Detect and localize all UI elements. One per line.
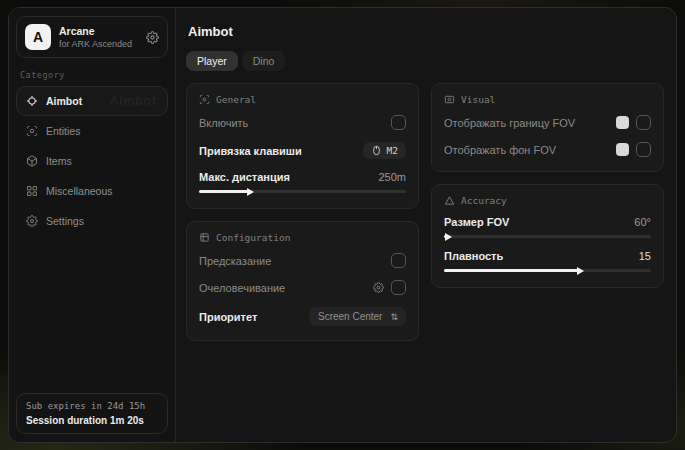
configuration-panel: Configuration Предсказание Очеловечивани… [186, 221, 419, 341]
sub-expires-text: Sub expires in 24d 15h [26, 401, 158, 411]
panel-title: Configuration [216, 232, 290, 243]
sidebar-item-aimbot[interactable]: Aimbot Aimbot [16, 86, 168, 116]
sliders-icon [199, 232, 210, 243]
enable-checkbox[interactable] [391, 115, 406, 130]
fov-border-row: Отображать границу FOV [444, 109, 651, 136]
triangle-icon [444, 195, 455, 206]
panel-title: Accuracy [461, 195, 507, 206]
smoothness-value: 15 [639, 250, 651, 262]
configuration-panel-header: Configuration [199, 232, 406, 243]
prediction-checkbox[interactable] [391, 253, 406, 268]
keybind-button[interactable]: M2 [363, 142, 406, 159]
crosshair-icon [25, 95, 38, 107]
panel-title: Visual [461, 94, 495, 105]
distance-label: Макс. дистанция [199, 171, 290, 183]
tab-bar: Player Dino [186, 51, 664, 71]
gear-icon [25, 215, 38, 227]
crosshair-icon [199, 94, 210, 105]
sidebar-item-items[interactable]: Items [16, 146, 168, 176]
distance-slider[interactable] [199, 190, 406, 193]
priority-row: Приоритет Screen Center ⇅ [199, 301, 406, 328]
sidebar-item-label: Aimbot [46, 95, 82, 107]
fov-border-color-swatch[interactable] [616, 116, 629, 129]
tab-dino[interactable]: Dino [242, 51, 286, 71]
panel-title: General [216, 94, 256, 105]
main-content: Aimbot Player Dino General [176, 8, 676, 442]
slider-thumb[interactable] [247, 188, 254, 196]
brand-text: Arcane for ARK Ascended [59, 25, 138, 49]
smoothness-row: Плавность 15 [444, 244, 651, 262]
priority-select[interactable]: Screen Center ⇅ [309, 307, 406, 326]
sidebar-item-label: Entities [46, 125, 80, 137]
fov-border-checkbox[interactable] [636, 115, 651, 130]
category-label: Category [20, 70, 164, 80]
humanize-checkbox[interactable] [391, 280, 406, 295]
keybind-label: Привязка клавиши [199, 145, 302, 157]
gear-icon[interactable] [146, 31, 159, 44]
brand-card: A Arcane for ARK Ascended [16, 16, 168, 58]
fov-bg-label: Отображать фон FOV [444, 144, 556, 156]
visual-icon [444, 94, 455, 105]
fov-bg-checkbox[interactable] [636, 142, 651, 157]
general-panel-header: General [199, 94, 406, 105]
grid-icon [25, 185, 38, 197]
enable-label: Включить [199, 117, 248, 129]
enable-row: Включить [199, 109, 406, 136]
fov-border-label: Отображать границу FOV [444, 117, 575, 129]
sidebar: A Arcane for ARK Ascended Category [9, 8, 176, 442]
mouse-icon [371, 145, 382, 156]
brand-subtitle: for ARK Ascended [59, 39, 138, 49]
distance-row: Макс. дистанция 250m [199, 165, 406, 183]
fov-size-slider[interactable] [444, 235, 651, 238]
select-arrows-icon: ⇅ [390, 312, 397, 322]
fov-bg-color-swatch[interactable] [616, 143, 629, 156]
prediction-row: Предсказание [199, 247, 406, 274]
distance-value: 250m [378, 171, 406, 183]
brand-title: Arcane [59, 25, 138, 37]
sidebar-item-miscellaneous[interactable]: Miscellaneous [16, 176, 168, 206]
sidebar-item-label: Settings [46, 215, 84, 227]
humanize-row: Очеловечивание [199, 274, 406, 301]
priority-label: Приоритет [199, 311, 257, 323]
entities-scan-icon [25, 125, 38, 137]
accuracy-panel: Accuracy Размер FOV 60° Плавность 15 [431, 184, 664, 288]
humanize-label: Очеловечивание [199, 282, 285, 294]
subscription-info-card: Sub expires in 24d 15h Session duration … [16, 393, 168, 434]
visual-panel: Visual Отображать границу FOV Отображать… [431, 83, 664, 172]
page-title: Aimbot [188, 24, 664, 39]
prediction-label: Предсказание [199, 255, 271, 267]
visual-panel-header: Visual [444, 94, 651, 105]
smoothness-slider[interactable] [444, 269, 651, 272]
gear-icon[interactable] [373, 282, 384, 293]
tab-player[interactable]: Player [186, 51, 238, 71]
smoothness-label: Плавность [444, 250, 503, 262]
sidebar-item-label: Items [46, 155, 72, 167]
session-duration-text: Session duration 1m 20s [26, 415, 158, 426]
priority-select-value: Screen Center [318, 311, 382, 322]
fov-size-label: Размер FOV [444, 216, 509, 228]
accuracy-panel-header: Accuracy [444, 195, 651, 206]
fov-size-row: Размер FOV 60° [444, 210, 651, 228]
slider-thumb[interactable] [577, 267, 584, 275]
keybind-row: Привязка клавиши M2 [199, 136, 406, 165]
general-panel: General Включить Привязка клавиши [186, 83, 419, 209]
fov-bg-row: Отображать фон FOV [444, 136, 651, 159]
fov-size-value: 60° [634, 216, 651, 228]
brand-logo: A [25, 24, 51, 50]
sidebar-nav: Aimbot Aimbot Entities [16, 86, 168, 236]
app-window: A Arcane for ARK Ascended Category [8, 7, 677, 443]
aimbot-watermark: Aimbot [110, 94, 157, 108]
keybind-value: M2 [387, 145, 398, 156]
slider-thumb[interactable] [445, 233, 452, 241]
sidebar-item-entities[interactable]: Entities [16, 116, 168, 146]
box-icon [25, 155, 38, 167]
sidebar-item-settings[interactable]: Settings [16, 206, 168, 236]
sidebar-item-label: Miscellaneous [46, 185, 113, 197]
